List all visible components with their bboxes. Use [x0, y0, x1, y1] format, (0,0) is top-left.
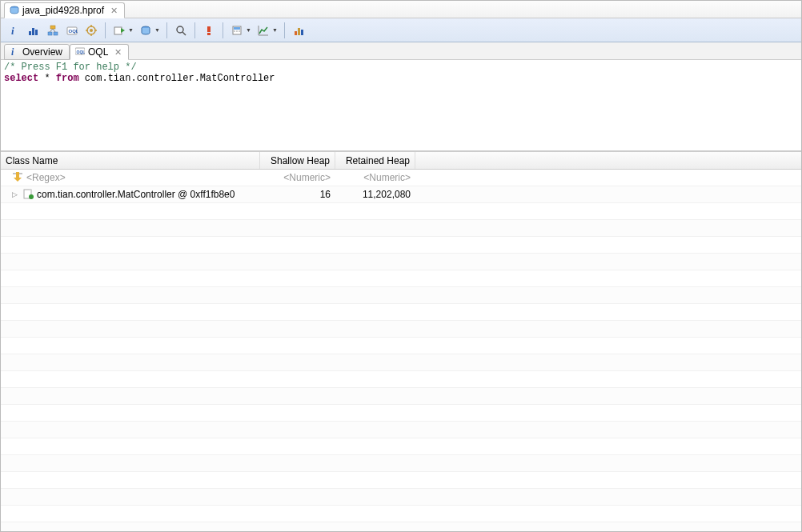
empty-row: [1, 203, 801, 220]
toolbar-separator: [194, 22, 195, 38]
tab-overview[interactable]: i Overview: [4, 44, 70, 60]
svg-point-44: [29, 194, 34, 199]
empty-row: [1, 472, 801, 489]
svg-text:i: i: [11, 25, 14, 36]
problem-button[interactable]: [200, 22, 218, 39]
table-header-row: Class Name Shallow Heap Retained Heap: [1, 152, 801, 170]
svg-text:i: i: [11, 46, 14, 56]
overview-tab-label: Overview: [22, 46, 62, 58]
filter-icon: [12, 171, 23, 185]
svg-rect-3: [32, 28, 34, 35]
svg-rect-26: [234, 27, 240, 30]
empty-row: [1, 388, 801, 405]
chart-button[interactable]: [255, 22, 272, 39]
svg-rect-24: [207, 33, 211, 35]
table-body[interactable]: <Regex> <Numeric> <Numeric> ▷ com.tian.c…: [1, 170, 801, 532]
svg-rect-5: [50, 26, 55, 29]
toolbar-separator: [284, 22, 285, 38]
heap-dump-icon: [10, 6, 19, 15]
empty-row: [1, 506, 801, 522]
svg-rect-32: [295, 31, 297, 35]
svg-rect-2: [29, 31, 31, 35]
empty-row: [1, 304, 801, 321]
column-header-classname[interactable]: Class Name: [1, 152, 260, 169]
close-icon[interactable]: ✕: [114, 47, 122, 58]
search-button[interactable]: [172, 22, 190, 39]
db-button[interactable]: [137, 22, 154, 39]
empty-row: [1, 354, 801, 371]
column-header-retained[interactable]: Retained Heap: [335, 152, 415, 169]
run-query-button[interactable]: [110, 22, 128, 39]
filter-regex-placeholder: <Regex>: [26, 172, 66, 183]
histogram-button[interactable]: [25, 22, 42, 39]
empty-row: [1, 522, 801, 532]
shallow-heap-value: 16: [260, 189, 335, 200]
calc-button[interactable]: [228, 22, 246, 39]
info-icon: i: [10, 46, 19, 58]
empty-row: [1, 422, 801, 438]
svg-line-8: [50, 29, 53, 32]
empty-row: [1, 287, 801, 304]
empty-row: [1, 438, 801, 455]
tab-oql[interactable]: OQL OQL ✕: [70, 44, 129, 60]
info-button[interactable]: i: [6, 22, 23, 39]
chevron-down-icon[interactable]: ▼: [246, 27, 251, 33]
chevron-down-icon[interactable]: ▼: [128, 27, 134, 33]
results-table: Class Name Shallow Heap Retained Heap <R…: [1, 151, 801, 532]
svg-point-13: [90, 29, 93, 32]
totals-button[interactable]: [290, 22, 307, 39]
editor-comment: /* Press F1 for help */: [4, 62, 137, 73]
empty-row: [1, 237, 801, 254]
expand-arrow-icon[interactable]: ▷: [12, 190, 19, 198]
gear-button[interactable]: [82, 22, 100, 39]
chevron-down-icon[interactable]: ▼: [272, 27, 278, 33]
filter-row: <Regex> <Numeric> <Numeric>: [1, 170, 801, 186]
oql-button[interactable]: OQL: [63, 22, 81, 39]
svg-rect-34: [301, 30, 303, 35]
svg-rect-18: [114, 27, 122, 34]
filter-retained-placeholder[interactable]: <Numeric>: [335, 172, 415, 183]
svg-rect-29: [239, 30, 240, 32]
svg-rect-33: [298, 28, 300, 35]
svg-rect-28: [236, 30, 238, 32]
file-tab-title: java_pid4928.hprof: [22, 5, 104, 16]
file-tab-bar: java_pid4928.hprof ✕: [1, 1, 801, 18]
chevron-down-icon[interactable]: ▼: [154, 27, 160, 33]
close-icon[interactable]: ✕: [110, 6, 118, 16]
toolbar-separator: [223, 22, 223, 38]
svg-point-21: [177, 26, 183, 33]
table-row[interactable]: ▷ com.tian.controller.MatController @ 0x…: [1, 186, 801, 203]
file-tab[interactable]: java_pid4928.hprof ✕: [4, 2, 125, 18]
toolbar-separator: [105, 22, 106, 38]
editor-keyword-select: select: [4, 73, 38, 84]
retained-heap-value: 11,202,080: [335, 189, 415, 200]
main-toolbar: i OQL ▼ ▼ ▼ ▼: [1, 18, 801, 42]
filter-name-cell[interactable]: <Regex>: [1, 171, 260, 185]
svg-rect-6: [48, 32, 52, 35]
empty-row: [1, 321, 801, 338]
empty-row: [1, 455, 801, 472]
oql-editor[interactable]: /* Press F1 for help */ select * from co…: [1, 60, 801, 151]
svg-text:OQL: OQL: [77, 49, 86, 54]
svg-line-22: [182, 32, 186, 35]
empty-row: [1, 371, 801, 388]
svg-text:OQL: OQL: [69, 29, 78, 34]
class-instance-icon: [22, 188, 34, 202]
empty-row: [1, 405, 801, 422]
column-header-shallow[interactable]: Shallow Heap: [260, 152, 335, 169]
editor-keyword-from: from: [56, 73, 79, 84]
oql-tab-label: OQL: [88, 46, 108, 58]
svg-rect-4: [35, 30, 38, 35]
empty-row: [1, 338, 801, 354]
dominator-tree-button[interactable]: [44, 22, 62, 39]
svg-rect-38: [16, 172, 19, 178]
filter-shallow-placeholder[interactable]: <Numeric>: [260, 172, 335, 183]
empty-row: [1, 220, 801, 237]
svg-rect-23: [207, 26, 211, 32]
oql-icon: OQL: [75, 46, 85, 58]
view-tab-bar: i Overview OQL OQL ✕: [1, 42, 801, 60]
svg-marker-19: [121, 28, 125, 33]
svg-line-9: [53, 29, 55, 32]
empty-row: [1, 489, 801, 506]
class-name-value: com.tian.controller.MatController @ 0xff…: [37, 189, 235, 200]
